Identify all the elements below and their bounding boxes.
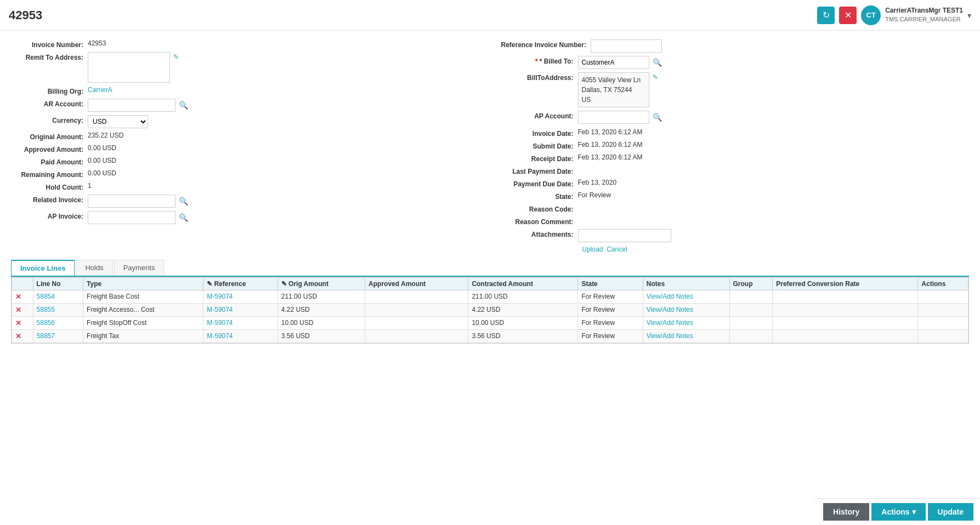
row-contracted-amount: 3.56 USD	[468, 330, 578, 343]
bill-to-address-edit-icon[interactable]: ✎	[652, 72, 659, 82]
row-actions	[918, 290, 968, 304]
remit-address-edit-icon[interactable]: ✎	[172, 52, 180, 62]
ap-invoice-row: AP Invoice: 🔍	[11, 211, 479, 224]
col-line-no: Line No	[33, 278, 83, 290]
billed-to-input[interactable]	[578, 56, 649, 69]
row-remove[interactable]: ✕	[12, 330, 33, 343]
last-payment-date-row: Last Payment Date:	[501, 166, 970, 175]
row-type: Freight Base Cost	[83, 290, 203, 304]
reference-link[interactable]: M-59074	[207, 319, 233, 327]
cancel-link[interactable]: Cancel	[607, 246, 627, 253]
row-notes[interactable]: View/Add Notes	[643, 330, 729, 343]
notes-link[interactable]: View/Add Notes	[647, 332, 693, 340]
tab-payments[interactable]: Payments	[114, 260, 165, 276]
col-contracted-amount: Contracted Amount	[468, 278, 578, 290]
ar-account-search-icon[interactable]: 🔍	[178, 100, 189, 111]
row-line-no[interactable]: 58855	[33, 304, 83, 317]
upload-link[interactable]: Upload	[582, 246, 603, 253]
paid-amount-row: Paid Amount: 0.00 USD	[11, 157, 479, 166]
col-type: Type	[83, 278, 203, 290]
tab-holds[interactable]: Holds	[76, 260, 112, 276]
notes-link[interactable]: View/Add Notes	[647, 319, 693, 327]
line-no-link[interactable]: 58855	[37, 306, 55, 313]
row-orig-amount: 4.22 USD	[277, 304, 365, 317]
col-group: Group	[729, 278, 773, 290]
table-header: Line No Type ✎ Reference ✎ Orig Amount A…	[12, 278, 968, 290]
user-name: CarrierATransMgr TEST1	[885, 6, 963, 15]
refresh-button[interactable]: ↻	[817, 7, 835, 24]
related-invoice-search-icon[interactable]: 🔍	[178, 196, 189, 207]
row-line-no[interactable]: 58856	[33, 317, 83, 330]
reference-link[interactable]: M-59074	[207, 306, 233, 313]
upload-cancel-row: Upload Cancel	[582, 246, 970, 253]
remove-btn[interactable]: ✕	[15, 293, 21, 301]
notes-link[interactable]: View/Add Notes	[647, 293, 693, 300]
receipt-date-row: Receipt Date: Feb 13, 2020 6:12 AM	[501, 153, 970, 163]
paid-amount-value: 0.00 USD	[88, 157, 116, 164]
row-orig-amount: 10.00 USD	[277, 317, 365, 330]
table-row: ✕ 58854 Freight Base Cost M-59074 211.00…	[12, 290, 968, 304]
col-reference: ✎ Reference	[203, 278, 278, 290]
remit-address-row: Remit To Address: ✎	[11, 52, 479, 83]
remove-btn[interactable]: ✕	[15, 332, 21, 340]
row-notes[interactable]: View/Add Notes	[643, 290, 729, 304]
remove-btn[interactable]: ✕	[15, 319, 21, 327]
row-reference[interactable]: M-59074	[203, 304, 278, 317]
form-left: Invoice Number: 42953 Remit To Address: …	[11, 39, 479, 253]
row-notes[interactable]: View/Add Notes	[643, 317, 729, 330]
row-reference[interactable]: M-59074	[203, 330, 278, 343]
bottom-bar: History Actions ▾ Update	[814, 498, 980, 525]
row-reference[interactable]: M-59074	[203, 317, 278, 330]
reference-invoice-input[interactable]	[591, 39, 662, 53]
tab-invoice-lines[interactable]: Invoice Lines	[11, 260, 75, 276]
row-reference[interactable]: M-59074	[203, 290, 278, 304]
reason-code-row: Reason Code:	[501, 204, 970, 213]
close-button[interactable]: ✕	[839, 7, 857, 24]
attachments-row: Attachments:	[501, 229, 970, 242]
attachments-input[interactable]	[578, 229, 671, 242]
remit-address-input[interactable]	[88, 52, 170, 83]
ap-invoice-input[interactable]	[88, 211, 175, 224]
row-notes[interactable]: View/Add Notes	[643, 304, 729, 317]
notes-link[interactable]: View/Add Notes	[647, 306, 693, 313]
line-no-link[interactable]: 58857	[37, 332, 55, 340]
row-preferred-conversion-rate	[773, 330, 918, 343]
line-no-link[interactable]: 58856	[37, 319, 55, 327]
remove-btn[interactable]: ✕	[15, 306, 21, 314]
col-preferred-conversion-rate: Preferred Conversion Rate	[773, 278, 918, 290]
state-row: State: For Review	[501, 191, 970, 201]
ap-account-search-icon[interactable]: 🔍	[652, 112, 663, 123]
col-remove	[12, 278, 33, 290]
user-menu-chevron[interactable]: ▾	[967, 11, 971, 20]
row-remove[interactable]: ✕	[12, 317, 33, 330]
ap-invoice-search-icon[interactable]: 🔍	[178, 212, 189, 223]
row-group	[729, 304, 773, 317]
row-remove[interactable]: ✕	[12, 304, 33, 317]
related-invoice-input[interactable]	[88, 195, 175, 208]
row-line-no[interactable]: 58857	[33, 330, 83, 343]
invoice-date-label: Invoice Date:	[501, 128, 578, 138]
currency-select[interactable]: USD	[88, 115, 148, 128]
reference-link[interactable]: M-59074	[207, 332, 233, 340]
ar-account-input[interactable]	[88, 99, 175, 112]
update-button[interactable]: Update	[928, 503, 973, 521]
ap-account-input[interactable]	[578, 111, 649, 124]
row-actions	[918, 317, 968, 330]
invoice-lines-table-container: Line No Type ✎ Reference ✎ Orig Amount A…	[11, 277, 969, 344]
row-remove[interactable]: ✕	[12, 290, 33, 304]
actions-button[interactable]: Actions ▾	[871, 503, 925, 521]
row-contracted-amount: 4.22 USD	[468, 304, 578, 317]
row-preferred-conversion-rate	[773, 290, 918, 304]
ap-account-row: AP Account: 🔍	[501, 111, 970, 124]
row-line-no[interactable]: 58854	[33, 290, 83, 304]
tabs-header: Invoice Lines Holds Payments	[11, 260, 969, 277]
billing-org-value[interactable]: CarrierA	[88, 86, 112, 94]
reference-link[interactable]: M-59074	[207, 293, 233, 300]
row-approved-amount	[365, 330, 468, 343]
payment-due-date-row: Payment Due Date: Feb 13, 2020	[501, 179, 970, 188]
billed-to-search-icon[interactable]: 🔍	[652, 57, 663, 68]
invoice-number-value: 42953	[88, 39, 106, 47]
row-group	[729, 330, 773, 343]
history-button[interactable]: History	[823, 503, 869, 521]
line-no-link[interactable]: 58854	[37, 293, 55, 300]
